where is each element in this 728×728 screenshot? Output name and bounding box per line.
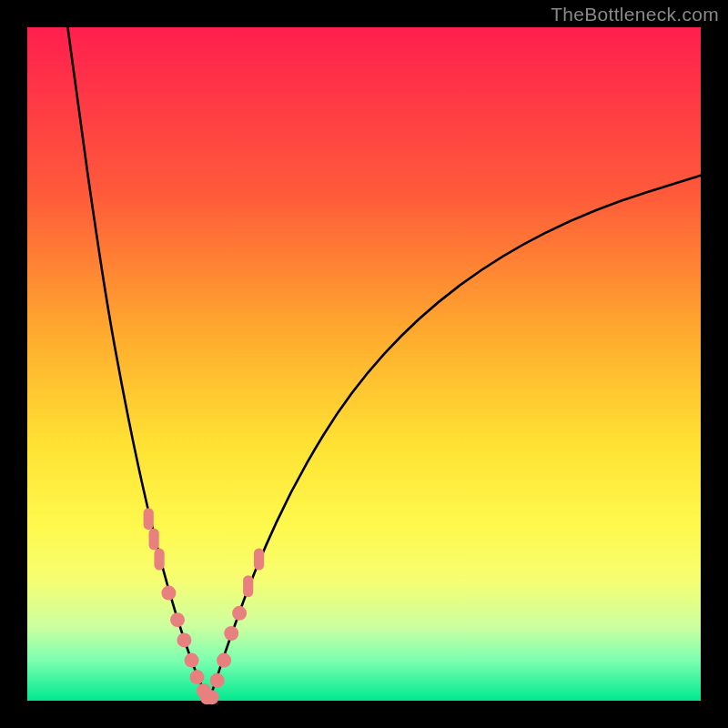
bead	[210, 673, 225, 688]
bead	[161, 586, 176, 601]
watermark-text: TheBottleneck.com	[551, 4, 719, 25]
bead	[177, 632, 191, 647]
bead	[144, 508, 154, 530]
bead	[170, 612, 185, 627]
chart-frame: TheBottleneck.com	[0, 0, 728, 728]
bead	[185, 653, 199, 668]
bead-cluster	[144, 508, 265, 704]
bead	[189, 670, 204, 684]
bead	[154, 549, 164, 571]
bead	[224, 626, 238, 641]
bead	[149, 528, 159, 550]
bead	[205, 690, 219, 704]
bead	[232, 606, 247, 621]
bead	[217, 653, 231, 668]
bottleneck-curve	[27, 27, 701, 701]
bead	[243, 575, 253, 597]
plot-gradient-area	[27, 27, 701, 701]
bead	[254, 549, 264, 571]
